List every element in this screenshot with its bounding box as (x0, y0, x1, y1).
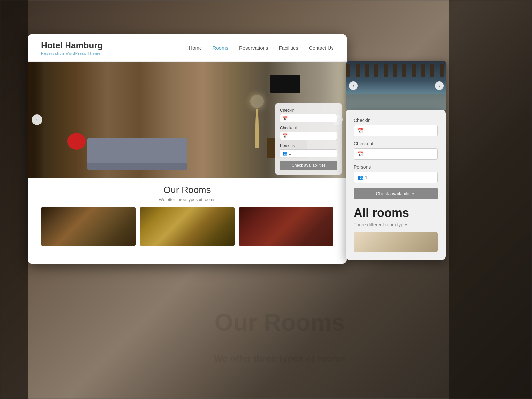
nav-facilities[interactable]: Facilities (279, 45, 298, 51)
persons-icon-mobile: 👥 (357, 175, 363, 180)
checkin-label-small: Checkin (280, 108, 337, 113)
persons-label-small: Persons (280, 143, 337, 148)
mobile-persons-input[interactable]: 👥 1 (354, 172, 438, 183)
room-decoration-red (67, 133, 86, 150)
all-rooms-subtitle: Three different room types (354, 222, 438, 227)
room-cards (41, 207, 333, 246)
terrace-image (346, 61, 446, 111)
checkin-input-small[interactable]: 📅 (280, 114, 337, 122)
room-card-2[interactable] (140, 207, 234, 246)
nav-home[interactable]: Home (189, 45, 202, 51)
calendar-icon-checkin-mobile: 📅 (357, 128, 363, 133)
booking-widget-small: Checkin 📅 Checkout 📅 Persons 👥 1 Check a… (275, 103, 342, 175)
bg-right-dark (449, 0, 532, 399)
nav-contact[interactable]: Contact Us (309, 45, 333, 51)
brand-title: Hotel Hamburg (41, 40, 103, 51)
room-card-image-1 (41, 207, 136, 246)
mobile-persons-value: 1 (365, 175, 367, 180)
room-card-image-3 (239, 207, 333, 246)
nav-links: Home Rooms Reservations Facilities Conta… (189, 45, 333, 51)
room-tv (270, 75, 300, 93)
mobile-checkin-input[interactable]: 📅 (354, 125, 438, 136)
room-card-image-2 (140, 207, 234, 246)
checkin-field-small: Checkin 📅 (280, 108, 337, 122)
calendar-icon-checkout-small: 📅 (282, 133, 288, 138)
checkout-field-small: Checkout 📅 (280, 126, 337, 140)
watermark-rooms: Our Rooms (28, 309, 532, 336)
persons-input-small[interactable]: 👥 1 (280, 149, 337, 157)
slider-prev-button[interactable]: ‹ (32, 114, 42, 125)
nav-reservations[interactable]: Reservations (239, 45, 268, 51)
brand-subtitle: Reservation WordPress Theme (41, 51, 103, 55)
rooms-title: Our Rooms (41, 185, 333, 195)
mobile-booking-widget: Checkin 📅 Checkout 📅 Persons 👥 1 Check a… (346, 110, 446, 260)
calendar-icon-checkin-small: 📅 (282, 116, 288, 121)
checkout-input-small[interactable]: 📅 (280, 132, 337, 140)
hero-slider: ‹ › Checkin 📅 Checkout 📅 Persons 👥 (28, 62, 347, 178)
rooms-section: Our Rooms We offer three types of rooms (28, 178, 347, 252)
terrace-pergola (346, 64, 446, 77)
room-card-3[interactable] (239, 207, 333, 246)
room-card-1[interactable] (41, 207, 136, 246)
persons-value-small: 1 (289, 151, 291, 156)
navigation: Hotel Hamburg Reservation WordPress Them… (28, 34, 347, 62)
persons-field-small: Persons 👥 1 (280, 143, 337, 157)
checkout-label-small: Checkout (280, 126, 337, 130)
mobile-checkin-label: Checkin (354, 118, 438, 123)
room-sofa (87, 138, 187, 165)
mobile-checkout-input[interactable]: 📅 (354, 148, 438, 160)
nav-rooms[interactable]: Rooms (212, 45, 228, 51)
second-slider-prev[interactable]: ‹ (349, 81, 358, 90)
mobile-persons-label: Persons (354, 164, 438, 170)
main-browser-window: Hotel Hamburg Reservation WordPress Them… (28, 34, 347, 264)
mobile-checkout-label: Checkout (354, 141, 438, 146)
all-rooms-title: All rooms (354, 206, 438, 220)
watermark-offer: We offer three types of rooms (28, 353, 532, 364)
check-avail-button-small[interactable]: Check availabilities (280, 161, 337, 170)
persons-icon-small: 👥 (282, 151, 287, 156)
calendar-icon-checkout-mobile: 📅 (357, 151, 363, 157)
second-slider: ‹ › (346, 61, 446, 111)
brand: Hotel Hamburg Reservation WordPress Them… (41, 40, 103, 55)
room-lamp (250, 95, 264, 148)
bg-left-dark (0, 0, 28, 399)
mobile-check-avail-button[interactable]: Check availabilities (354, 188, 438, 200)
terrace-floor (346, 94, 446, 111)
rooms-subtitle: We offer three types of rooms (41, 197, 333, 202)
mobile-room-thumbnail (354, 232, 438, 252)
second-slider-next[interactable]: › (435, 81, 444, 90)
